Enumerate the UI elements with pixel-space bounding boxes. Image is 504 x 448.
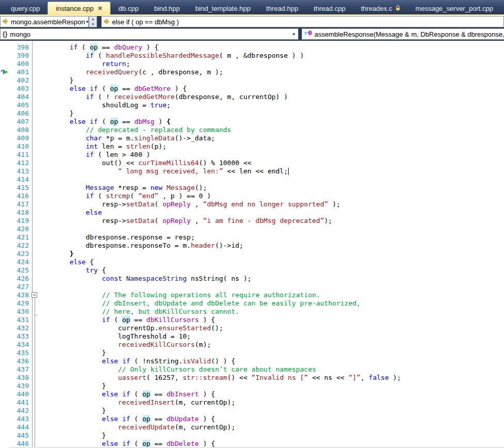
member-combobox-value: assembleResponse(Message & m, DbResponse… bbox=[314, 30, 504, 38]
code-text: } bbox=[37, 407, 106, 414]
code-line[interactable]: 403 else if ( op == dbGetMore ) { bbox=[0, 85, 504, 93]
code-text: if ( op == dbQuery ) { bbox=[37, 43, 159, 51]
code-line[interactable]: 405 shouldLog = true; bbox=[0, 101, 504, 109]
line-number: 410 bbox=[9, 142, 29, 151]
line-number: 435 bbox=[9, 349, 29, 357]
spinner-down-button[interactable]: ▼ bbox=[89, 22, 97, 27]
code-text: } bbox=[37, 76, 73, 84]
code-line[interactable]: 408 // deprecated - replaced by commands bbox=[0, 126, 504, 134]
line-number: 439 bbox=[9, 382, 29, 390]
close-tab-icon[interactable]: ✕ bbox=[98, 5, 102, 12]
line-number: 443 bbox=[9, 415, 29, 423]
code-line[interactable]: 436 else if ( !nsString.isValid() ) { bbox=[0, 357, 504, 365]
tab-query-cpp[interactable]: query.cpp bbox=[3, 2, 48, 14]
line-number: 421 bbox=[9, 233, 29, 242]
tab-instance-cpp[interactable]: instance.cpp✕ bbox=[48, 2, 111, 14]
navigation-bar-bottom: {} mongo ▼ assembleResponse(Message & m,… bbox=[0, 28, 504, 41]
code-line[interactable]: 433 logThreshold = 10; bbox=[0, 332, 504, 341]
context-breadcrumb[interactable]: else if ( op == dbMsg ) bbox=[101, 16, 504, 27]
tab-threadex-c[interactable]: threadex.c bbox=[353, 2, 408, 14]
line-number: 424 bbox=[9, 258, 29, 266]
code-line[interactable]: 438 uassert( 16257, str::stream() << “In… bbox=[0, 374, 504, 382]
code-line[interactable]: 409 char *p = m.singleData()->_data; bbox=[0, 134, 504, 142]
code-line[interactable]: 398 if ( op == dbQuery ) { bbox=[0, 43, 504, 52]
code-line[interactable]: 437 // Only killCursors doesn’t care abo… bbox=[0, 365, 504, 374]
line-number: 437 bbox=[9, 365, 29, 374]
code-text: shouldLog = true; bbox=[37, 101, 170, 109]
code-line[interactable]: 426 const NamespaceString nsString( ns )… bbox=[0, 275, 504, 283]
code-line[interactable]: 442 } bbox=[0, 407, 504, 415]
code-line[interactable]: 418 else bbox=[0, 209, 504, 217]
code-line[interactable]: 431 if ( op == dbKillCursors ) { bbox=[0, 316, 504, 324]
line-number: 411 bbox=[9, 151, 29, 159]
code-text: if ( op == dbKillCursors ) { bbox=[37, 316, 215, 324]
code-line[interactable]: 416 if ( strcmp( “end” , p ) == 0 ) bbox=[0, 192, 504, 200]
tab-thread-hpp[interactable]: thread.hpp bbox=[258, 2, 306, 14]
tab-db-cpp[interactable]: db.cpp bbox=[111, 2, 146, 14]
code-line[interactable]: 445 } bbox=[0, 431, 504, 440]
code-line[interactable]: 407 else if ( op == dbMsg ) { bbox=[0, 118, 504, 126]
tab-message-server-port-cpp[interactable]: message_server_port.cpp bbox=[408, 2, 501, 14]
spinner-up-button[interactable]: ▲ bbox=[89, 17, 97, 22]
code-text: dbresponse.responseTo = m.header()->id; bbox=[37, 242, 243, 249]
line-number: 416 bbox=[9, 192, 29, 200]
tab-bind-hpp[interactable]: bind.hpp bbox=[146, 2, 187, 14]
fold-region-tick bbox=[35, 315, 37, 315]
code-line[interactable]: 430 // here, but dbKillCursors cannot. bbox=[0, 308, 504, 316]
tab-thread-cpp[interactable]: thread.cpp bbox=[306, 2, 353, 14]
line-number: 405 bbox=[9, 101, 29, 109]
code-line[interactable]: 402 } bbox=[0, 76, 504, 85]
scope-combobox[interactable]: mongo.assembleRespon ▼ bbox=[0, 16, 89, 27]
code-line[interactable]: 439 } bbox=[0, 382, 504, 390]
code-line[interactable]: 411 if ( len > 400 ) bbox=[0, 151, 504, 159]
code-line[interactable]: 415 Message *resp = new Message(); bbox=[0, 184, 504, 192]
member-combobox[interactable]: assembleResponse(Message & m, DbResponse… bbox=[302, 28, 504, 40]
code-line[interactable]: 414 bbox=[0, 175, 504, 184]
code-line[interactable]: 424 else { bbox=[0, 258, 504, 266]
line-number: 430 bbox=[9, 308, 29, 316]
code-line[interactable]: 421 dbresponse.response = resp; bbox=[0, 233, 504, 242]
line-number: 432 bbox=[9, 324, 29, 332]
tab-label: threadex.c bbox=[361, 5, 392, 12]
code-line[interactable]: 412 out() << curTimeMillis64() % 10000 <… bbox=[0, 159, 504, 167]
code-line[interactable]: 434 receivedKillCursors(m); bbox=[0, 341, 504, 349]
code-editor-surface[interactable]: 398 if ( op == dbQuery ) {399 if ( handl… bbox=[0, 41, 504, 448]
code-line[interactable]: 423 } bbox=[0, 250, 504, 258]
code-line[interactable]: 425 try { bbox=[0, 266, 504, 275]
fold-collapse-toggle[interactable] bbox=[32, 292, 37, 298]
code-line[interactable]: 427 bbox=[0, 283, 504, 291]
namespace-combobox[interactable]: {} mongo ▼ bbox=[0, 28, 298, 40]
code-line[interactable]: 406 } bbox=[0, 109, 504, 118]
line-number: 434 bbox=[9, 341, 29, 349]
namespace-dropdown-arrow-icon[interactable]: ▼ bbox=[292, 32, 296, 37]
code-line[interactable]: 429 // dbInsert, dbUpdate and dbDelete c… bbox=[0, 299, 504, 308]
code-line[interactable]: 399 if ( handlePossibleShardedMessage( m… bbox=[0, 52, 504, 60]
line-number: 400 bbox=[9, 60, 29, 68]
code-line[interactable]: 400 return; bbox=[0, 60, 504, 68]
code-line[interactable]: 404 if ( ! receivedGetMore(dbresponse, m… bbox=[0, 93, 504, 101]
code-text: out() << curTimeMillis64() % 10000 << bbox=[37, 159, 251, 167]
scope-dropdown-arrow-icon[interactable]: ▼ bbox=[85, 20, 89, 24]
tab-bind-template-hpp[interactable]: bind_template.hpp bbox=[187, 2, 258, 14]
code-line[interactable]: 410 int len = strlen(p); bbox=[0, 142, 504, 151]
code-text: else if ( !nsString.isValid() ) { bbox=[37, 357, 235, 365]
namespace-braces-icon: {} bbox=[3, 30, 7, 38]
tab-label: thread.hpp bbox=[266, 5, 298, 12]
line-number: 402 bbox=[9, 76, 29, 85]
line-number: 404 bbox=[9, 93, 29, 101]
code-line[interactable]: 441 receivedInsert(m, currentOp); bbox=[0, 398, 504, 407]
code-line[interactable]: 444 receivedUpdate(m, currentOp); bbox=[0, 423, 504, 431]
namespace-combobox-value: mongo bbox=[10, 30, 30, 38]
code-line[interactable]: 443 else if ( op == dbUpdate ) { bbox=[0, 415, 504, 423]
code-line[interactable]: 440 else if ( op == dbInsert ) { bbox=[0, 390, 504, 398]
code-line[interactable]: 420 bbox=[0, 225, 504, 233]
code-line[interactable]: 422 dbresponse.responseTo = m.header()->… bbox=[0, 242, 504, 250]
line-number: 407 bbox=[9, 118, 29, 126]
code-line[interactable]: 413 “ long msg received, len:” << len <<… bbox=[0, 167, 504, 175]
code-line[interactable]: 417 resp->setData( opReply , “dbMsg end … bbox=[0, 200, 504, 209]
code-line[interactable]: 435 } bbox=[0, 349, 504, 357]
code-line[interactable]: 419 resp->setData( opReply , “i am fine … bbox=[0, 217, 504, 225]
code-line[interactable]: 401 receivedQuery(c , dbresponse, m ); bbox=[0, 68, 504, 76]
code-line[interactable]: 428 // The following operations all requ… bbox=[0, 291, 504, 299]
code-line[interactable]: 432 currentOp.ensureStarted(); bbox=[0, 324, 504, 332]
